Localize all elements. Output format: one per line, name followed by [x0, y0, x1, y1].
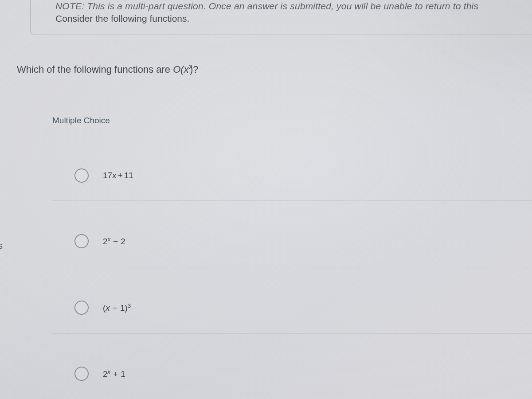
option-separator	[52, 333, 532, 334]
vignette-overlay	[0, 0, 532, 399]
radio-option-3[interactable]	[74, 301, 89, 315]
note-line1: NOTE: This is a multi-part question. Onc…	[55, 1, 532, 12]
multiple-choice-heading: Multiple Choice	[52, 116, 110, 125]
radio-option-4[interactable]	[74, 367, 89, 381]
question-text: Which of the following functions are O(x…	[17, 63, 199, 75]
option-label-3: (x−1)3	[103, 302, 131, 313]
option-4-text: 2x+1	[103, 369, 125, 379]
note-line2: Consider the following functions.	[55, 13, 532, 24]
option-3-text: (x−1)3	[103, 303, 131, 313]
note-text: This is a multi-part question. Once an a…	[87, 1, 478, 11]
option-row-1: 17x+11	[74, 168, 532, 183]
option-1-text: 17x+11	[103, 171, 133, 180]
note-card: NOTE: This is a multi-part question. Onc…	[30, 0, 532, 35]
option-2-text: 2x−2	[103, 237, 125, 246]
radio-option-2[interactable]	[74, 234, 89, 248]
option-label-2: 2x−2	[103, 236, 125, 246]
option-row-2: 2x−2	[74, 234, 532, 248]
question-bigo: O(x	[173, 64, 188, 75]
edge-text: s	[0, 241, 3, 251]
question-suffix: )?	[190, 64, 199, 75]
radio-option-1[interactable]	[74, 168, 89, 183]
option-label-4: 2x+1	[103, 368, 125, 379]
question-prefix: Which of the following functions are	[17, 64, 173, 75]
option-separator	[52, 267, 532, 267]
note-prefix: NOTE:	[55, 1, 84, 11]
option-row-4: 2x+1	[74, 367, 532, 381]
option-separator	[52, 200, 532, 201]
option-label-1: 17x+11	[103, 171, 133, 180]
option-row-3: (x−1)3	[74, 301, 532, 315]
